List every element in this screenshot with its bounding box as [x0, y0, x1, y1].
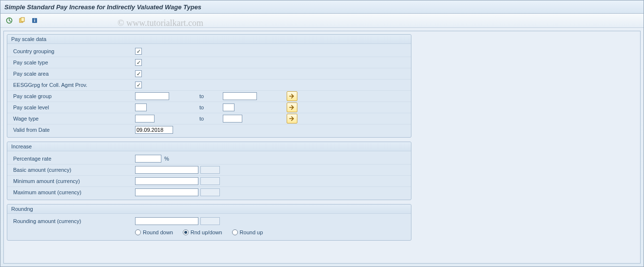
toolbar: i [0, 14, 644, 28]
info-icon: i [31, 17, 38, 24]
input-pay-scale-level-to[interactable] [223, 103, 234, 111]
input-pay-scale-group-from[interactable] [135, 92, 169, 100]
input-minimum-amount[interactable] [135, 177, 198, 185]
get-variant-button[interactable] [16, 15, 28, 26]
label-pay-scale-area: Pay scale area [9, 71, 135, 77]
arrow-right-icon [289, 94, 295, 99]
label-rounding-amount: Rounding amount (currency) [9, 218, 135, 224]
label-basic-amount: Basic amount (currency) [9, 167, 135, 173]
input-percentage-rate[interactable] [135, 155, 161, 163]
input-maximum-amount-currency [200, 188, 220, 196]
input-basic-amount-currency [200, 166, 220, 174]
checkbox-pay-scale-area[interactable]: ✓ [135, 70, 142, 77]
group-title-pay-scale: Pay scale data [7, 35, 411, 44]
input-maximum-amount[interactable] [135, 188, 198, 196]
checkbox-country-grouping[interactable]: ✓ [135, 48, 142, 55]
input-minimum-amount-currency [200, 177, 220, 185]
label-minimum-amount: Minimum amount (currency) [9, 178, 135, 184]
group-pay-scale-data: Pay scale data Country grouping ✓ Pay sc… [7, 34, 411, 138]
group-increase: Increase Percentage rate % Basic amount … [7, 142, 411, 200]
inner-panel: Pay scale data Country grouping ✓ Pay sc… [3, 31, 641, 264]
multiple-selection-pay-scale-group[interactable] [287, 91, 297, 101]
radio-round-down[interactable]: Round down [135, 229, 173, 235]
label-pay-scale-group: Pay scale group [9, 93, 135, 99]
percent-symbol: % [164, 156, 169, 162]
input-wage-type-to[interactable] [223, 115, 242, 123]
input-pay-scale-group-to[interactable] [223, 92, 257, 100]
label-pay-scale-level: Pay scale level [9, 104, 135, 110]
label-to-wt: to [198, 116, 223, 122]
input-rounding-amount-currency [200, 217, 220, 225]
radio-round-up[interactable]: Round up [232, 229, 263, 235]
radio-label-round-down: Round down [143, 229, 173, 235]
label-wage-type: Wage type [9, 116, 135, 122]
group-body-pay-scale: Country grouping ✓ Pay scale type ✓ Pay … [7, 44, 411, 137]
group-body-increase: Percentage rate % Basic amount (currency… [7, 151, 411, 200]
execute-icon [6, 17, 13, 24]
group-title-rounding: Roundng [7, 205, 411, 214]
label-percentage-rate: Percentage rate [9, 156, 135, 162]
checkbox-eesggrpg[interactable]: ✓ [135, 82, 142, 88]
label-eesggrpg: EESGGrpg for Coll. Agmt Prov. [9, 82, 135, 88]
multiple-selection-wage-type[interactable] [287, 114, 297, 123]
variant-icon [19, 17, 25, 24]
label-to-psl: to [198, 104, 223, 110]
rounding-radio-group: Round down Rnd up/down Round up [7, 226, 411, 238]
label-pay-scale-type: Pay scale type [9, 60, 135, 65]
multiple-selection-pay-scale-level[interactable] [287, 103, 297, 112]
radio-circle-icon [232, 229, 238, 235]
label-country-grouping: Country grouping [9, 48, 135, 54]
title-bar: Simple Standard Pay Increase for Indirec… [0, 0, 644, 14]
info-button[interactable]: i [29, 15, 40, 26]
radio-label-round-up: Round up [240, 229, 263, 235]
app-window: Simple Standard Pay Increase for Indirec… [0, 0, 644, 267]
input-wage-type-from[interactable] [135, 115, 155, 123]
arrow-right-icon [289, 105, 295, 110]
checkbox-pay-scale-type[interactable]: ✓ [135, 59, 142, 66]
input-basic-amount[interactable] [135, 166, 198, 174]
label-maximum-amount: Maximum amount (currency) [9, 189, 135, 195]
label-to-psg: to [198, 93, 223, 99]
radio-rnd-up-down[interactable]: Rnd up/down [183, 229, 222, 235]
execute-button[interactable] [3, 15, 15, 26]
radio-circle-icon [135, 229, 141, 235]
page-title: Simple Standard Pay Increase for Indirec… [4, 3, 201, 11]
input-valid-from-date[interactable] [135, 126, 173, 134]
radio-label-rnd-up-down: Rnd up/down [191, 229, 222, 235]
input-pay-scale-level-from[interactable] [135, 103, 147, 111]
group-rounding: Roundng Rounding amount (currency) Round… [7, 204, 411, 241]
group-body-rounding: Rounding amount (currency) Round down Rn… [7, 214, 411, 240]
arrow-right-icon [289, 116, 295, 121]
label-valid-from-date: Valid from Date [9, 127, 135, 133]
content-area: Pay scale data Country grouping ✓ Pay sc… [0, 28, 644, 267]
svg-text:i: i [34, 18, 36, 23]
input-rounding-amount[interactable] [135, 217, 198, 225]
svg-rect-2 [21, 18, 24, 21]
radio-circle-icon [183, 229, 189, 235]
group-title-increase: Increase [7, 142, 411, 151]
